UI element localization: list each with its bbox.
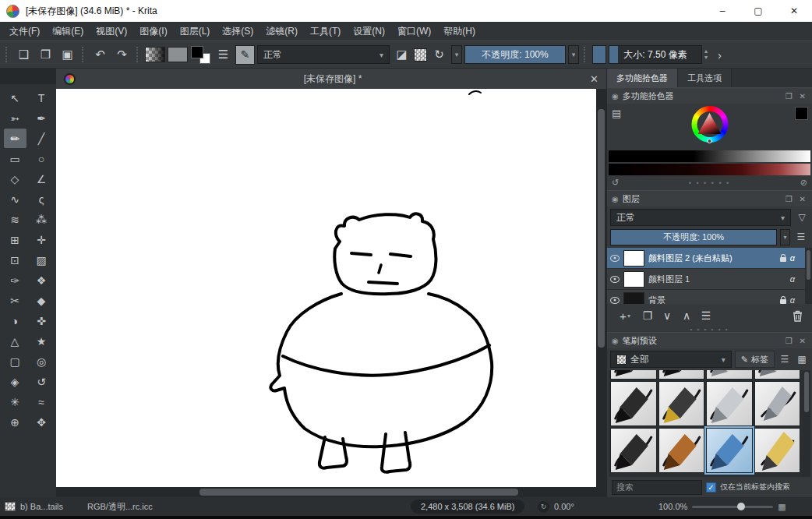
toolbar-grip[interactable] [5,47,9,62]
search-scope-checkbox[interactable]: ✓ [706,482,716,493]
tool-freehand-select[interactable]: ↺ [30,372,53,391]
tool-fill[interactable]: ◆ [30,291,53,310]
layer-row-background[interactable]: 背景 α [607,290,812,304]
toolbar-overflow-icon[interactable]: › [710,45,729,65]
tool-enclose-fill[interactable]: ◑ [4,311,26,330]
zoom-slider[interactable] [692,506,773,508]
maximize-button[interactable]: ▢ [740,0,776,22]
menu-edit[interactable]: 编辑(E) [46,23,90,41]
tool-reference-images[interactable]: ★ [30,331,53,351]
move-layer-up-button[interactable]: ∧ [678,306,695,325]
tool-ellipse-select[interactable]: ◎ [30,351,53,371]
tool-gradient[interactable]: ▨ [30,250,53,270]
canvas-horizontal-scrollbar[interactable] [56,487,606,497]
tool-magnetic-select[interactable]: ≈ [30,392,53,411]
size-spinner[interactable]: ▴ ▾ [704,48,708,61]
close-docker-icon[interactable]: ✕ [798,195,807,203]
preserve-alpha-icon[interactable] [414,48,427,62]
tool-calligraphy[interactable]: ✒ [30,108,53,128]
menu-select[interactable]: 选择(S) [216,23,259,41]
layer-visible-icon[interactable] [610,255,620,262]
preset-grid-scrollbar[interactable] [803,370,810,477]
tool-similar-select[interactable]: ✳ [4,392,26,411]
tool-color-sampler[interactable]: ✑ [4,270,26,290]
canvas-vertical-scrollbar[interactable] [596,89,606,487]
pattern-chooser-swatch[interactable] [168,47,188,62]
tool-shape-select[interactable]: ↖ [4,88,26,108]
splitter-handle[interactable]: • • • • • • [619,179,800,187]
flow-indicator[interactable] [592,45,606,64]
presets-display-icon[interactable]: ▦ [795,354,809,365]
menu-window[interactable]: 窗口(W) [391,23,437,41]
tool-crop[interactable]: ⊡ [4,250,26,270]
brush-preset-thumbnail[interactable] [610,381,657,426]
menu-settings[interactable]: 设置(N) [347,23,391,41]
tool-pan[interactable]: ✥ [30,412,53,432]
blending-mode-dropdown[interactable]: 正常 ▾ [257,45,390,64]
brush-preset-thumbnail[interactable] [658,428,705,473]
move-layer-down-button[interactable]: ∨ [658,306,676,325]
current-color-swatch[interactable] [795,107,808,120]
menu-view[interactable]: 视图(V) [90,23,133,41]
tool-ellipse[interactable]: ○ [30,149,53,168]
layer-opacity-slider[interactable]: 不透明度: 100% [610,229,777,245]
eraser-mode-icon[interactable]: ◪ [392,45,411,65]
chevron-down-icon[interactable]: ▾ [451,45,462,64]
layer-visible-icon[interactable] [610,297,620,304]
document-close-icon[interactable]: ✕ [590,73,598,85]
float-docker-icon[interactable]: ❐ [784,337,794,345]
hue-wheel[interactable] [691,106,728,143]
tool-freehand-brush[interactable]: ✏ [4,129,26,148]
layer-lock-icon[interactable] [780,299,786,304]
canvas[interactable] [56,89,596,487]
shade-gradient-strip[interactable] [609,164,810,175]
duplicate-layer-button[interactable]: ❐ [639,306,656,325]
tool-bezier-curve[interactable]: ∿ [4,189,26,209]
tool-assistants[interactable]: ✜ [30,311,53,330]
brush-preset-thumbnail[interactable] [754,381,801,426]
menu-image[interactable]: 图像(I) [133,23,173,41]
gamut-mask-off-icon[interactable]: ⊘ [800,178,807,188]
layer-row-paint-layer-2[interactable]: 颜料图层 2 (来自粘贴) α [607,248,812,269]
float-docker-icon[interactable]: ❐ [784,195,794,203]
brush-preset-thumbnail[interactable] [610,370,657,380]
undo-icon[interactable]: ↶ [90,45,110,65]
layer-menu-icon[interactable]: ☰ [793,231,809,242]
preset-scroll-thumb[interactable] [804,372,809,412]
tool-dynamic-brush[interactable]: ≋ [4,210,26,229]
close-button[interactable]: ✕ [776,0,812,22]
alpha-lock-icon[interactable]: α [790,295,795,304]
layer-blend-dropdown[interactable]: 正常 ▾ [610,209,791,226]
toolbox-titlebar[interactable] [0,69,56,84]
layer-lock-icon[interactable] [780,257,786,262]
tool-edit-shapes[interactable]: ➳ [4,108,26,128]
layer-visible-icon[interactable] [610,276,620,283]
refresh-icon[interactable]: ↺ [612,178,619,188]
gradient-chooser-swatch[interactable] [145,47,165,62]
tool-text[interactable]: T [30,88,53,108]
chevron-down-icon[interactable]: ▾ [568,45,579,64]
menu-help[interactable]: 帮助(H) [437,23,482,41]
opacity-slider[interactable]: 不透明度: 100% [464,45,566,64]
brush-size-slider[interactable]: 大小: 7.50 像素 [609,45,702,64]
layer-list-scrollbar[interactable] [805,248,812,304]
toolbar-grip[interactable] [82,47,86,62]
brush-preset-thumbnail[interactable] [658,370,705,380]
brush-option-icon[interactable]: ☰ [214,45,233,65]
close-docker-icon[interactable]: ✕ [798,337,807,345]
spin-down-icon[interactable]: ▾ [704,55,708,61]
brush-preset-thumbnail[interactable] [754,370,801,380]
menu-file[interactable]: 文件(F) [3,23,46,41]
tool-multibrush[interactable]: ⁂ [30,210,53,229]
reload-preset-icon[interactable]: ↻ [429,45,449,65]
toolbar-grip[interactable] [136,47,140,62]
vertical-scroll-thumb[interactable] [598,109,605,348]
alpha-lock-icon[interactable]: α [790,274,795,284]
layer-scroll-thumb[interactable] [807,250,810,280]
tool-polygon[interactable]: ◇ [4,169,26,189]
tool-smart-patch[interactable]: ✂ [4,291,26,310]
tool-rect-select[interactable]: ▢ [4,351,26,371]
tool-measure[interactable]: △ [4,331,26,351]
delete-layer-button[interactable] [789,306,806,325]
brush-preset-thumbnail[interactable] [706,381,753,426]
